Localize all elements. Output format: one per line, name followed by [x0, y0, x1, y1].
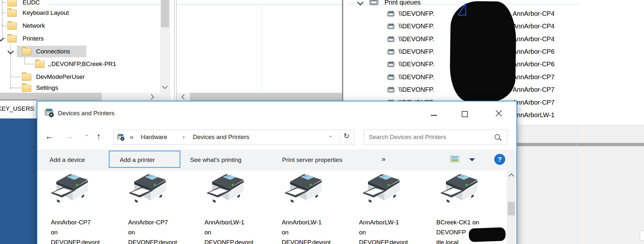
- toolbar-overflow-button[interactable]: »: [382, 155, 385, 163]
- printer-device-icon: [440, 171, 481, 204]
- help-button[interactable]: ?: [494, 154, 505, 165]
- queue-printer-name: AnnArbor-CP4: [513, 10, 554, 17]
- queue-printer-name: AnnArbor-CP4: [513, 23, 554, 30]
- background-workarea: [516, 125, 644, 244]
- devices-and-printers-window: Devices and Printers ← → ⌄ ↑ «: [37, 101, 517, 244]
- printer-icon: [369, 0, 379, 6]
- queue-server-prefix: \\DEVONFP.: [399, 23, 434, 30]
- pane-divider: [577, 125, 577, 244]
- printer-icon: [387, 61, 395, 68]
- close-button[interactable]: [491, 107, 506, 118]
- middle-hscrollbar-thumb[interactable]: [190, 93, 342, 101]
- see-whats-printing-button[interactable]: See what's printing: [190, 156, 242, 164]
- refresh-button[interactable]: ↻: [344, 132, 349, 140]
- status-strip-gray: [0, 93, 37, 99]
- folder-icon: [7, 0, 17, 6]
- printer-name: AnnArborLW-1: [204, 217, 253, 227]
- window-title: Devices and Printers: [58, 110, 114, 117]
- panel-splitter[interactable]: [174, 0, 175, 101]
- search-input[interactable]: Search Devices and Printers: [369, 133, 446, 141]
- printer-name: BCreek-CK1 on: [436, 217, 479, 227]
- tree-guide-line: [2, 0, 3, 39]
- printer-device-icon: [128, 171, 169, 204]
- printer-icon: [387, 87, 395, 93]
- tree-item-label: Network: [23, 22, 45, 29]
- breadcrumb-hardware[interactable]: Hardware: [141, 133, 167, 141]
- printer-tile-label: AnnArbor-CP7 on DEVONFP.devont: [128, 217, 177, 244]
- queue-server-prefix: \\DEVONFP.: [399, 35, 434, 42]
- printer-device-icon: [362, 171, 403, 204]
- address-bar[interactable]: « Hardware › Devices and Printers ⌄ ↻: [113, 130, 354, 145]
- printer-name: on: [128, 227, 177, 237]
- panel-splitter[interactable]: [176, 0, 176, 101]
- back-button[interactable]: ←: [45, 132, 53, 140]
- tree-item-label: DevModePerUser: [36, 73, 85, 80]
- background-hscrollbar[interactable]: [516, 143, 644, 146]
- search-box[interactable]: Search Devices and Printers: [364, 130, 507, 145]
- tree-vscrollbar-thumb[interactable]: [161, 0, 169, 27]
- address-dropdown-icon[interactable]: ⌄: [328, 132, 333, 139]
- tree-item-label: Connections: [36, 48, 70, 55]
- folder-icon: [7, 35, 17, 42]
- printer-name: AnnArborLW-1: [359, 217, 408, 227]
- printer-tile-label: AnnArborLW-1 on DEVONFP.devont: [204, 217, 253, 244]
- tree-item-label: Keyboard Layout: [23, 9, 69, 16]
- printer-name: on: [204, 227, 253, 237]
- add-a-device-button[interactable]: Add a device: [50, 156, 85, 164]
- tree-guide-line: [10, 88, 21, 88]
- folder-icon: [7, 10, 17, 17]
- queue-root-label: Print queues: [384, 0, 421, 6]
- queue-printer-name: AnnArbor-CP4: [513, 35, 554, 42]
- printer-device-icon: [284, 171, 325, 204]
- printer-tile-label: AnnArbor-CP7 on DEVONFP.devont: [51, 217, 100, 244]
- printer-tile-label: AnnArborLW-1 on DEVONFP.devont: [282, 217, 331, 244]
- tree-guide-line: [24, 57, 25, 64]
- search-icon[interactable]: [495, 134, 500, 140]
- printer-name: on: [282, 227, 331, 237]
- status-strip: KEY_USERS: [0, 100, 37, 118]
- queue-printer-name: AnnArbor-CP7: [513, 73, 554, 80]
- queue-printer-name: AnnArbor-CP6: [513, 48, 554, 55]
- minimize-button[interactable]: [426, 107, 441, 118]
- view-options-dropdown-icon[interactable]: [469, 158, 475, 161]
- add-a-printer-button[interactable]: Add a printer: [120, 156, 155, 164]
- queue-server-prefix: \\DEVONFP.: [399, 48, 434, 55]
- folder-icon: [22, 74, 31, 81]
- printer-name: DEVONFP.devont: [51, 237, 100, 244]
- devices-and-printers-icon: [117, 133, 125, 141]
- side-panel-blue: [0, 118, 37, 244]
- queue-server-prefix: \\DEVONFP.: [399, 61, 434, 68]
- window-vscrollbar-thumb[interactable]: [508, 202, 515, 215]
- highlight-line: [49, 4, 171, 5]
- folder-icon: [22, 85, 31, 92]
- up-button[interactable]: ↑: [97, 132, 101, 140]
- printer-name: DEVONFP.devont: [204, 237, 253, 244]
- status-strip-text: KEY_USERS: [0, 105, 34, 112]
- tree-item-label: EUDC: [23, 0, 40, 6]
- queue-printer-name: AnnArbor-CP7: [513, 86, 554, 93]
- queue-printer-name: AnnArbor-CP6: [513, 61, 554, 68]
- printer-icon: [387, 74, 395, 80]
- maximize-button[interactable]: [457, 107, 472, 118]
- printer-device-icon: [206, 171, 247, 204]
- printer-name: DEVONFP.devont: [128, 237, 177, 244]
- queue-printer-name: AnnArbor-CP7: [513, 99, 554, 106]
- triangle-annotation: [457, 3, 470, 17]
- tree-item-label: Settings: [36, 84, 58, 91]
- print-server-properties-button[interactable]: Print server properties: [282, 156, 342, 164]
- tree-guide-line: [2, 13, 6, 13]
- expander-printers-icon[interactable]: [0, 35, 4, 42]
- address-divider: [340, 131, 340, 143]
- screenshot-root: EUDC Keyboard Layout Network Printers Co…: [0, 0, 644, 244]
- recent-locations-dropdown[interactable]: ⌄: [84, 130, 89, 139]
- registry-tree-panel: EUDC Keyboard Layout Network Printers Co…: [0, 0, 171, 101]
- title-bar[interactable]: Devices and Printers: [37, 101, 516, 128]
- expander-connections-icon[interactable]: [7, 48, 14, 54]
- breadcrumb-devices-and-printers[interactable]: Devices and Printers: [193, 133, 249, 141]
- breadcrumb-collapse-icon[interactable]: «: [130, 133, 134, 141]
- view-thumbnail-icon: [451, 156, 458, 162]
- tree-guide-line: [2, 25, 6, 26]
- forward-button[interactable]: →: [65, 132, 73, 140]
- view-options-button[interactable]: [450, 155, 459, 163]
- highlight-line: [176, 4, 342, 5]
